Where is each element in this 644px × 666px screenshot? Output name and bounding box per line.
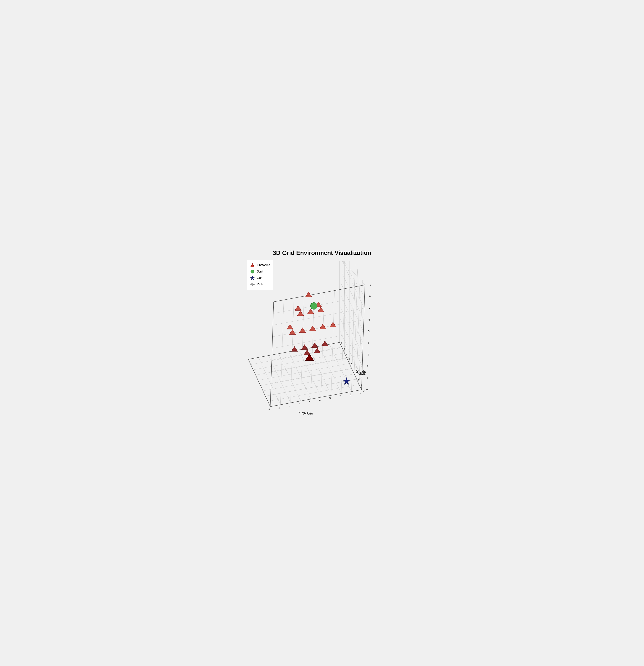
y-tick-7: 7	[346, 352, 347, 355]
start-point	[311, 302, 317, 309]
x-tick-9: 9	[268, 408, 270, 411]
x-axis-label-text: X-axis	[303, 411, 313, 415]
y-tick-6: 6	[348, 357, 350, 361]
legend-start-label: Start	[257, 268, 263, 275]
y-axis-label-text: Y-axis	[356, 372, 366, 375]
x-tick-8: 8	[279, 406, 280, 409]
z-tick-2: 2	[367, 365, 368, 368]
z-tick-6: 6	[368, 318, 370, 321]
svg-marker-0	[250, 263, 254, 267]
legend-start-icon	[250, 269, 255, 274]
legend-path-label: Path	[257, 281, 263, 287]
legend-item-path: Path	[250, 281, 270, 287]
legend-goal-icon	[250, 276, 255, 280]
y-tick-1: 1	[361, 384, 362, 387]
z-tick-1: 1	[367, 376, 368, 380]
z-tick-3: 3	[367, 353, 369, 356]
z-tick-5: 5	[368, 330, 370, 333]
z-tick-0: 0	[366, 388, 368, 391]
svg-marker-2	[250, 276, 254, 280]
y-tick-5: 5	[351, 363, 352, 366]
y-tick-4: 4	[353, 368, 355, 371]
legend-item-start: Start	[250, 268, 270, 275]
x-tick-1: 1	[349, 393, 351, 396]
svg-point-1	[251, 270, 254, 273]
y-tick-0: 0	[363, 389, 365, 392]
y-tick-8: 8	[344, 347, 345, 350]
legend-obstacles-label: Obstacles	[257, 262, 270, 268]
legend-item-obstacles: Obstacles	[250, 262, 270, 268]
x-tick-3: 3	[329, 397, 331, 400]
legend-path-icon	[250, 283, 255, 286]
z-tick-9: 9	[370, 283, 371, 286]
x-tick-6: 6	[299, 403, 300, 406]
x-tick-4: 4	[319, 399, 320, 402]
chart-container: 3D Grid Environment Visualization Obstac…	[238, 246, 406, 420]
x-tick-0: 0	[360, 391, 361, 394]
y-tick-9: 9	[341, 342, 343, 345]
legend-box: Obstacles Start Goal	[247, 260, 273, 290]
z-tick-4: 4	[368, 341, 369, 345]
legend-goal-label: Goal	[257, 275, 263, 281]
y-tick-2: 2	[358, 379, 360, 382]
legend-obstacles-icon	[250, 263, 255, 267]
x-tick-2: 2	[340, 395, 341, 398]
z-tick-7: 7	[369, 306, 370, 310]
svg-point-4	[251, 283, 254, 285]
x-tick-7: 7	[289, 405, 290, 407]
chart-area: Obstacles Start Goal	[241, 258, 403, 416]
z-tick-8: 8	[369, 295, 371, 298]
legend-item-goal: Goal	[250, 275, 270, 281]
x-tick-5: 5	[309, 401, 311, 404]
chart-title: 3D Grid Environment Visualization	[241, 249, 403, 256]
